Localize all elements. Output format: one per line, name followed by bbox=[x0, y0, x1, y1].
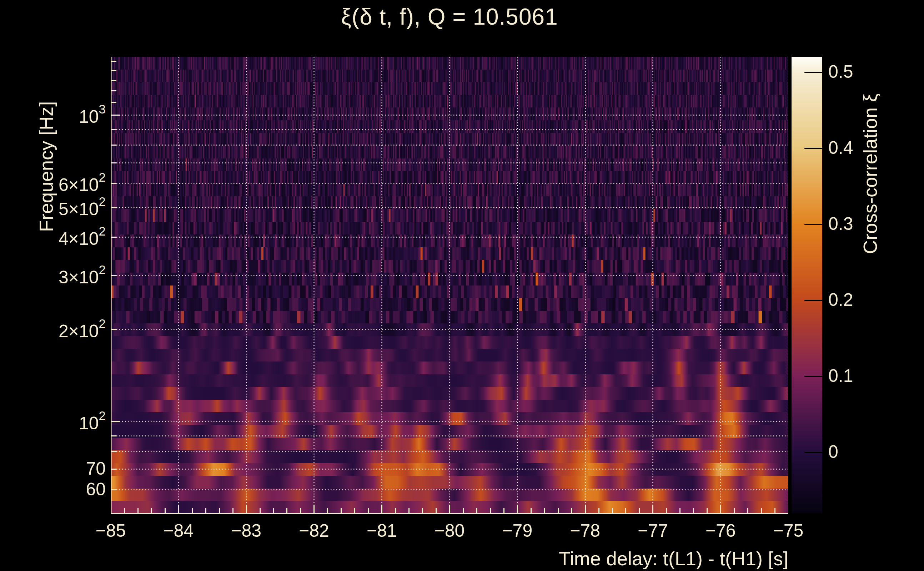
x-axis-title: Time delay: t(L1) - t(H1) [s] bbox=[431, 548, 788, 569]
y-tick-label: 60 bbox=[86, 479, 106, 500]
x-tick-label: −80 bbox=[434, 520, 465, 541]
colorbar-title: Cross-correlation ξ bbox=[859, 94, 881, 254]
colorbar-tick-label: 0.2 bbox=[828, 289, 853, 310]
x-tick-label: −75 bbox=[773, 520, 803, 541]
y-tick-label: 3×102 bbox=[59, 262, 106, 287]
y-tick-label: 103 bbox=[79, 102, 106, 127]
x-tick-label: −79 bbox=[502, 520, 532, 541]
y-tick-label: 5×102 bbox=[59, 194, 106, 219]
x-tick-label: −81 bbox=[367, 520, 397, 541]
x-tick-label: −82 bbox=[299, 520, 329, 541]
x-tick-label: −84 bbox=[163, 520, 193, 541]
chart-title: ξ(δ t, f), Q = 10.5061 bbox=[111, 3, 788, 30]
colorbar-tick-label: 0.1 bbox=[828, 365, 853, 386]
heatmap-canvas bbox=[111, 57, 788, 514]
x-tick-label: −77 bbox=[638, 520, 668, 541]
x-tick-label: −76 bbox=[706, 520, 736, 541]
y-axis-title: Frequency [Hz] bbox=[35, 101, 57, 232]
y-tick-label: 102 bbox=[79, 409, 106, 434]
figure: ξ(δ t, f), Q = 10.5061 −85−84−83−82−81−8… bbox=[0, 0, 924, 571]
y-tick-label: 2×102 bbox=[59, 316, 106, 341]
colorbar-tick-label: 0.4 bbox=[828, 137, 853, 158]
y-tick-label: 6×102 bbox=[59, 170, 106, 195]
colorbar-canvas bbox=[791, 57, 822, 513]
x-tick-label: −83 bbox=[231, 520, 261, 541]
y-tick-label: 70 bbox=[86, 458, 106, 479]
colorbar-tick-label: 0.5 bbox=[828, 61, 853, 82]
x-tick-label: −78 bbox=[570, 520, 600, 541]
colorbar-tick-label: 0 bbox=[828, 441, 838, 462]
y-tick-label: 4×102 bbox=[59, 224, 106, 249]
colorbar-tick-label: 0.3 bbox=[828, 213, 853, 234]
x-tick-label: −85 bbox=[96, 520, 126, 541]
